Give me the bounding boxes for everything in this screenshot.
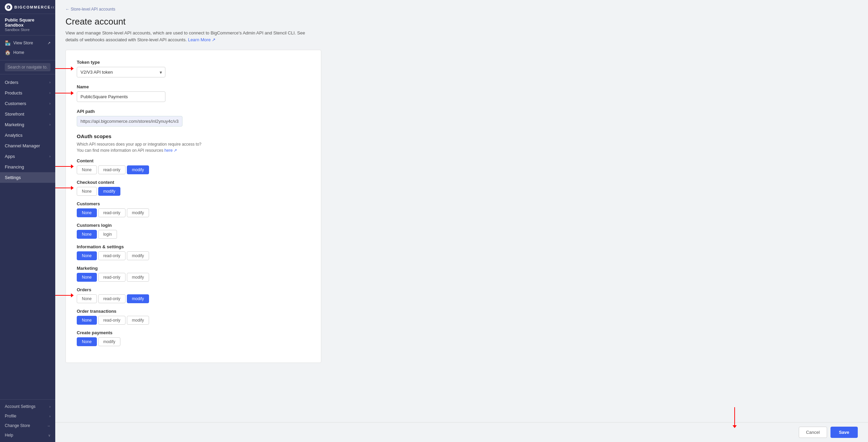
scope-customers-readonly[interactable]: read-only xyxy=(98,208,126,217)
api-path-label: API path xyxy=(77,109,310,114)
page-title: Create account xyxy=(65,16,858,27)
scope-checkout-modify[interactable]: modify xyxy=(98,187,120,196)
sidebar-item-customers[interactable]: Customers › xyxy=(0,98,55,109)
scope-cp-modify[interactable]: modify xyxy=(98,337,120,346)
sidebar-item-financing[interactable]: Financing xyxy=(0,162,55,172)
api-path-input xyxy=(77,116,182,127)
marketing-label: Marketing xyxy=(5,122,24,127)
sidebar-item-channel-manager[interactable]: Channel Manager xyxy=(0,141,55,151)
chevron-right-icon: › xyxy=(49,123,50,127)
scope-create-payments-label: Create payments xyxy=(77,330,310,335)
orders-label: Orders xyxy=(5,80,18,85)
scope-customers-modify[interactable]: modify xyxy=(127,208,149,217)
customers-label: Customers xyxy=(5,101,26,106)
learn-more-link[interactable]: Learn More ↗ xyxy=(188,37,216,42)
home-icon: 🏠 xyxy=(5,50,11,55)
token-type-select[interactable]: V2/V3 API token Next-gen API token xyxy=(77,67,165,77)
scope-cp-none[interactable]: None xyxy=(77,337,97,346)
breadcrumb[interactable]: ← Store-level API accounts xyxy=(65,7,858,12)
scope-orders-modify[interactable]: modify xyxy=(127,294,149,303)
scope-info-settings-buttons: None read-only modify xyxy=(77,251,310,260)
token-type-group: Token type V2/V3 API token Next-gen API … xyxy=(77,60,310,77)
view-store-label: View Store xyxy=(13,41,33,45)
token-type-label: Token type xyxy=(77,60,310,65)
sidebar-logo: B BIGCOMMERCE ‹‹ xyxy=(0,0,55,14)
scope-content-modify[interactable]: modify xyxy=(127,165,149,174)
scope-marketing-readonly[interactable]: read-only xyxy=(98,273,126,282)
scope-info-readonly[interactable]: read-only xyxy=(98,251,126,260)
sidebar-item-apps[interactable]: Apps › xyxy=(0,151,55,162)
storefront-label: Storefront xyxy=(5,112,24,117)
scope-customers-login-label: Customers login xyxy=(77,223,310,228)
scope-login-login[interactable]: login xyxy=(98,230,117,239)
chevron-right-icon: › xyxy=(49,154,50,158)
sidebar-item-marketing[interactable]: Marketing › xyxy=(0,119,55,130)
store-info: Public Square Sandbox Sandbox Store xyxy=(0,14,55,35)
scope-ot-modify[interactable]: modify xyxy=(127,316,149,325)
scope-content-buttons: None read-only modify xyxy=(77,165,310,174)
main-content: ← Store-level API accounts Create accoun… xyxy=(55,0,868,442)
scope-info-settings-group: Information & settings None read-only mo… xyxy=(77,244,310,260)
help-link[interactable]: Help ∨ xyxy=(0,430,55,440)
name-input[interactable] xyxy=(77,91,165,102)
home-label: Home xyxy=(13,50,24,55)
collapse-button[interactable]: ‹‹ xyxy=(51,4,55,10)
scope-ot-readonly[interactable]: read-only xyxy=(98,316,126,325)
svg-text:B: B xyxy=(8,6,10,9)
scope-customers-login-buttons: None login xyxy=(77,230,310,239)
arrow-orders xyxy=(55,295,73,296)
scope-customers-group: Customers None read-only modify xyxy=(77,201,310,217)
scope-customers-buttons: None read-only modify xyxy=(77,208,310,217)
cancel-button[interactable]: Cancel xyxy=(799,427,827,438)
sidebar-item-analytics[interactable]: Analytics xyxy=(0,130,55,141)
sidebar-quick-actions: 🏪 View Store ↗ 🏠 Home xyxy=(0,35,55,60)
scope-customers-none[interactable]: None xyxy=(77,208,97,217)
scope-order-transactions-label: Order transactions xyxy=(77,309,310,314)
scope-customers-label: Customers xyxy=(77,201,310,206)
oauth-scopes-section: OAuth scopes Which API resources does yo… xyxy=(77,133,310,346)
scope-login-none[interactable]: None xyxy=(77,230,97,239)
scope-marketing-group: Marketing None read-only modify xyxy=(77,266,310,282)
scope-checkout-buttons: None modify xyxy=(77,187,310,196)
scope-orders-label: Orders xyxy=(77,287,310,292)
chevron-right-icon: › xyxy=(49,414,50,418)
profile-link[interactable]: Profile › xyxy=(0,411,55,421)
profile-label: Profile xyxy=(5,414,16,418)
sidebar-item-storefront[interactable]: Storefront › xyxy=(0,109,55,119)
scope-checkout-group: Checkout content None modify xyxy=(77,180,310,196)
scope-content-none[interactable]: None xyxy=(77,165,97,174)
sidebar-search xyxy=(0,60,55,74)
financing-label: Financing xyxy=(5,164,24,170)
api-path-group: API path xyxy=(77,109,310,127)
account-settings-link[interactable]: Account Settings › xyxy=(0,402,55,411)
sidebar: B BIGCOMMERCE ‹‹ Public Square Sandbox S… xyxy=(0,0,55,442)
scope-marketing-none[interactable]: None xyxy=(77,273,97,282)
scope-info-none[interactable]: None xyxy=(77,251,97,260)
home-link[interactable]: 🏠 Home xyxy=(0,48,55,57)
scope-ot-none[interactable]: None xyxy=(77,316,97,325)
scope-orders-none[interactable]: None xyxy=(77,294,97,303)
search-input[interactable] xyxy=(5,63,50,71)
scope-content-readonly[interactable]: read-only xyxy=(98,165,126,174)
change-store-link[interactable]: Change Store ↔ xyxy=(0,421,55,430)
chevron-right-icon: › xyxy=(49,102,50,105)
scope-content-group: Content None read-only modify xyxy=(77,158,310,174)
scope-orders-readonly[interactable]: read-only xyxy=(98,294,126,303)
chevron-right-icon: ↔ xyxy=(47,424,50,428)
store-icon: 🏪 xyxy=(5,40,11,46)
oauth-scopes-title: OAuth scopes xyxy=(77,133,310,139)
view-store-link[interactable]: 🏪 View Store ↗ xyxy=(0,38,55,48)
save-button[interactable]: Save xyxy=(830,427,858,438)
scope-info-modify[interactable]: modify xyxy=(127,251,149,260)
scope-marketing-modify[interactable]: modify xyxy=(127,273,149,282)
sidebar-item-products[interactable]: Products › xyxy=(0,88,55,98)
sidebar-item-settings[interactable]: Settings xyxy=(0,172,55,183)
chevron-right-icon: › xyxy=(49,112,50,116)
scope-checkout-none[interactable]: None xyxy=(77,187,97,196)
analytics-label: Analytics xyxy=(5,133,23,138)
external-link-icon: ↗ xyxy=(47,41,50,45)
here-link[interactable]: here ↗ xyxy=(164,148,177,153)
arrow-checkout xyxy=(55,188,73,188)
form-card: Token type V2/V3 API token Next-gen API … xyxy=(65,50,321,363)
sidebar-item-orders[interactable]: Orders › xyxy=(0,77,55,88)
